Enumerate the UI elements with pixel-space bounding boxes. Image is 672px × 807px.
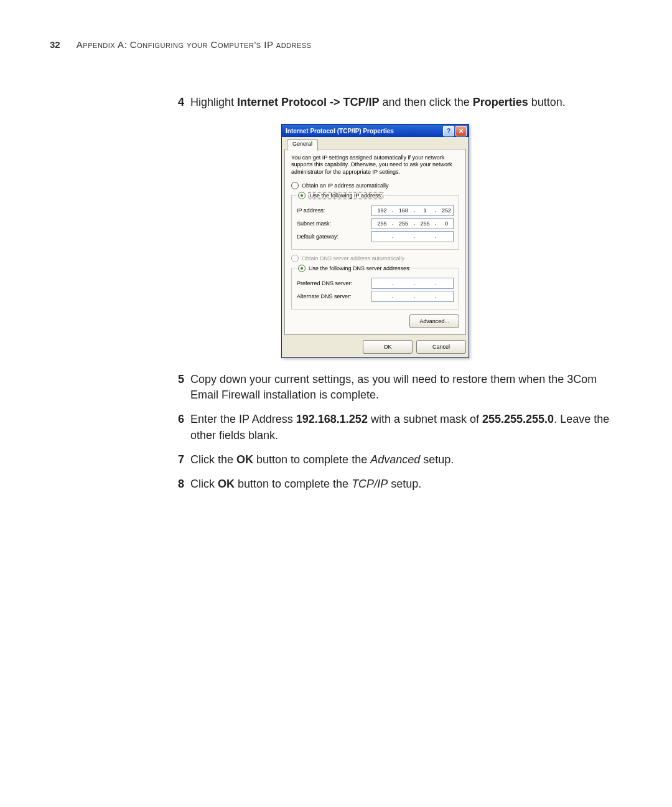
step-5: 5 Copy down your current settings, as yo…: [168, 372, 616, 403]
step-6: 6 Enter the IP Address 192.168.1.252 wit…: [168, 412, 616, 443]
step-text: Click OK button to complete the TCP/IP s…: [190, 476, 616, 492]
advanced-button[interactable]: Advanced...: [409, 314, 459, 328]
field-alternate-dns: Alternate DNS server: . . .: [297, 291, 454, 302]
field-ip-address: IP address: . . .: [297, 205, 454, 216]
step-number: 5: [168, 372, 184, 403]
explain-text: You can get IP settings assigned automat…: [291, 154, 459, 176]
dialog-title: Internet Protocol (TCP/IP) Properties: [286, 128, 394, 134]
step-text: Copy down your current settings, as you …: [190, 372, 616, 403]
dialog-titlebar[interactable]: Internet Protocol (TCP/IP) Properties ? …: [282, 125, 469, 137]
default-gateway-input[interactable]: . . .: [371, 231, 454, 242]
body-column: 4 Highlight Internet Protocol -> TCP/IP …: [168, 91, 616, 501]
radio-icon: [291, 182, 299, 189]
radio-obtain-dns-auto: Obtain DNS server address automatically: [291, 255, 459, 262]
ip-address-input[interactable]: . . .: [371, 205, 454, 216]
cancel-button[interactable]: Cancel: [416, 340, 466, 354]
radio-icon-selected: [298, 192, 306, 199]
radio-icon-disabled: [291, 255, 299, 262]
step-text: Enter the IP Address 192.168.1.252 with …: [190, 412, 616, 443]
running-head-text: Appendix A: Configuring your Computer's …: [77, 39, 312, 50]
radio-obtain-ip-auto[interactable]: Obtain an IP address automatically: [291, 182, 459, 189]
step-number: 4: [168, 95, 184, 110]
step-4: 4 Highlight Internet Protocol -> TCP/IP …: [168, 95, 616, 110]
subnet-mask-input[interactable]: . . .: [371, 218, 454, 229]
step-number: 7: [168, 452, 184, 468]
radio-use-following-ip[interactable]: Use the following IP address:: [297, 192, 385, 199]
step-number: 8: [168, 476, 184, 492]
step-8: 8 Click OK button to complete the TCP/IP…: [168, 476, 616, 492]
ok-button[interactable]: OK: [363, 340, 413, 354]
step-text: Highlight Internet Protocol -> TCP/IP an…: [190, 95, 616, 110]
tab-general[interactable]: General: [287, 139, 318, 151]
close-button[interactable]: ✕: [455, 126, 467, 136]
dialog-button-row: OK Cancel: [284, 340, 466, 354]
step-text: Click the OK button to complete the Adva…: [190, 452, 616, 468]
step-7: 7 Click the OK button to complete the Ad…: [168, 452, 616, 468]
step-number: 6: [168, 412, 184, 443]
field-default-gateway: Default gateway: . . .: [297, 231, 454, 242]
group-use-following-ip: Use the following IP address: IP address…: [291, 192, 459, 250]
field-subnet-mask: Subnet mask: . . .: [297, 218, 454, 229]
page-number: 32: [50, 39, 60, 50]
alternate-dns-input[interactable]: . . .: [371, 291, 454, 302]
tab-panel-general: You can get IP settings assigned automat…: [284, 149, 466, 335]
preferred-dns-input[interactable]: . . .: [371, 278, 454, 289]
group-use-following-dns: Use the following DNS server addresses: …: [291, 265, 459, 309]
radio-use-following-dns[interactable]: Use the following DNS server addresses:: [297, 265, 412, 272]
help-button[interactable]: ?: [443, 126, 454, 136]
field-preferred-dns: Preferred DNS server: . . .: [297, 278, 454, 289]
tcpip-properties-dialog: Internet Protocol (TCP/IP) Properties ? …: [281, 124, 616, 358]
radio-icon-selected: [298, 265, 306, 272]
tab-strip: General: [284, 138, 466, 149]
running-header: 32 Appendix A: Configuring your Computer…: [50, 39, 312, 50]
